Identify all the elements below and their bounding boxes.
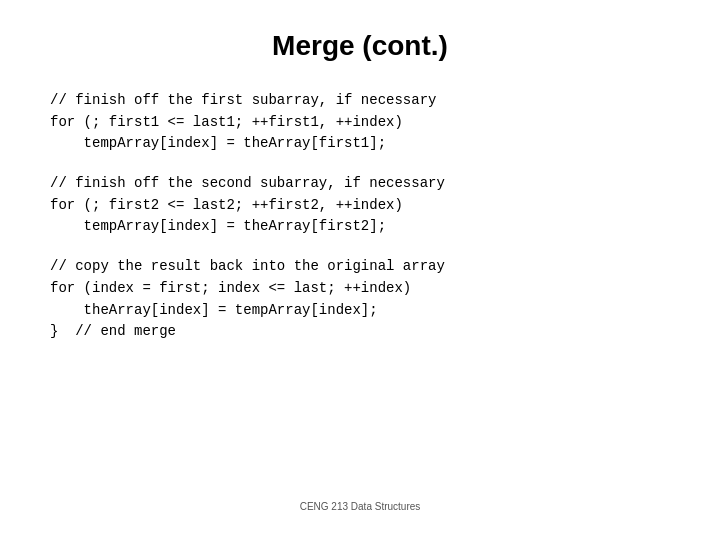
code-line-2-1: // finish off the second subarray, if ne… [50, 173, 670, 195]
page-title: Merge (cont.) [272, 30, 448, 62]
code-section-1: // finish off the first subarray, if nec… [50, 90, 670, 155]
code-line-1-3: tempArray[index] = theArray[first1]; [50, 133, 670, 155]
code-line-3-3: theArray[index] = tempArray[index]; [50, 300, 670, 322]
code-line-2-3: tempArray[index] = theArray[first2]; [50, 216, 670, 238]
code-line-3-2: for (index = first; index <= last; ++ind… [50, 278, 670, 300]
code-line-3-4: } // end merge [50, 321, 670, 343]
code-line-1-2: for (; first1 <= last1; ++first1, ++inde… [50, 112, 670, 134]
code-section-2: // finish off the second subarray, if ne… [50, 173, 670, 238]
footer-text: CENG 213 Data Structures [300, 501, 421, 520]
code-line-1-1: // finish off the first subarray, if nec… [50, 90, 670, 112]
code-line-3-1: // copy the result back into the origina… [50, 256, 670, 278]
code-line-2-2: for (; first2 <= last2; ++first2, ++inde… [50, 195, 670, 217]
code-section-3: // copy the result back into the origina… [50, 256, 670, 343]
page-container: Merge (cont.) // finish off the first su… [0, 0, 720, 540]
code-block: // finish off the first subarray, if nec… [50, 90, 670, 361]
